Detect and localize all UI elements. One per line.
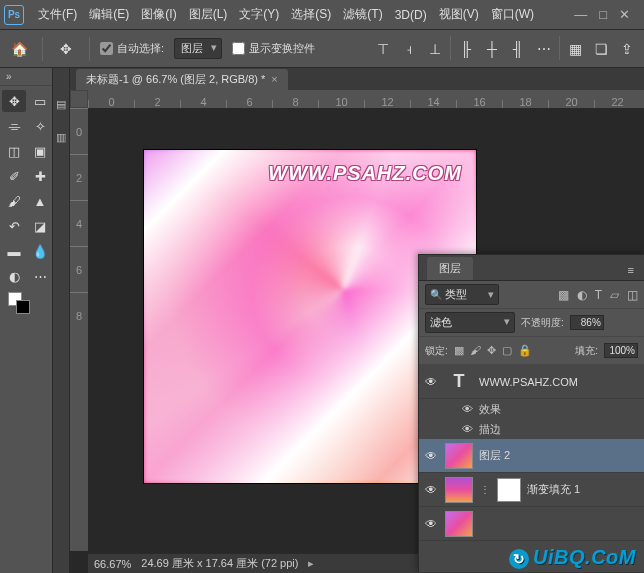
fx-row[interactable]: 👁效果 <box>459 399 644 419</box>
separator <box>450 36 451 60</box>
magic-wand-tool[interactable]: ✧ <box>28 115 52 137</box>
panel-icon-2[interactable]: ▥ <box>56 131 66 144</box>
layer-name[interactable]: 渐变填充 1 <box>527 482 640 497</box>
crop-tool[interactable]: ◫ <box>2 140 26 162</box>
share-icon[interactable]: ⇪ <box>616 36 638 62</box>
filter-smart-icon[interactable]: ◫ <box>627 288 638 302</box>
align-hcenter-icon[interactable]: ┼ <box>481 36 503 62</box>
layer-name[interactable]: 图层 2 <box>479 448 640 463</box>
dodge-tool[interactable]: ◐ <box>2 265 26 287</box>
filter-adjust-icon[interactable]: ◐ <box>577 288 587 302</box>
lasso-tool[interactable]: ⌯ <box>2 115 26 137</box>
status-caret-icon[interactable]: ▸ <box>308 557 314 570</box>
close-icon[interactable]: ✕ <box>619 7 630 22</box>
auto-select-label: 自动选择: <box>117 41 164 56</box>
stamp-tool[interactable]: ▲ <box>28 190 52 212</box>
visibility-toggle[interactable]: 👁 <box>423 483 439 497</box>
menu-edit[interactable]: 编辑(E) <box>83 2 135 27</box>
gradient-tool[interactable]: ▬ <box>2 240 26 262</box>
lock-transparent-icon[interactable]: ▩ <box>454 344 464 357</box>
fx-stroke-row[interactable]: 👁描边 <box>459 419 644 439</box>
background-color[interactable] <box>16 300 30 314</box>
align-top-icon[interactable]: ⊤ <box>372 36 394 62</box>
menu-layer[interactable]: 图层(L) <box>183 2 234 27</box>
show-transform-input[interactable] <box>232 42 245 55</box>
layer-row-image[interactable]: 👁 图层 2 <box>419 439 644 473</box>
lock-all-icon[interactable]: 🔒 <box>518 344 532 357</box>
menu-filter[interactable]: 滤镜(T) <box>337 2 388 27</box>
visibility-toggle[interactable]: 👁 <box>423 375 439 389</box>
auto-select-checkbox[interactable]: 自动选择: <box>100 41 164 56</box>
lock-icons-group: ▩ 🖌 ✥ ▢ 🔒 <box>454 344 532 357</box>
3d-mode-icon[interactable]: ▦ <box>564 36 586 62</box>
lock-pixels-icon[interactable]: 🖌 <box>470 344 481 357</box>
more-icon[interactable]: ⋯ <box>533 36 555 62</box>
align-vcenter-icon[interactable]: ⫞ <box>398 36 420 62</box>
visibility-toggle[interactable]: 👁 <box>423 517 439 531</box>
blend-mode-dropdown[interactable]: 滤色 <box>425 312 515 333</box>
auto-select-target-dropdown[interactable]: 图层 <box>174 38 222 59</box>
panel-icon-1[interactable]: ▤ <box>56 98 66 111</box>
toolbox-collapse[interactable]: » <box>0 68 52 86</box>
lock-artboard-icon[interactable]: ▢ <box>502 344 512 357</box>
menu-file[interactable]: 文件(F) <box>32 2 83 27</box>
ruler-vertical: 0 2 4 6 8 <box>70 108 88 551</box>
ruler-tick: 6 <box>70 246 88 292</box>
eraser-tool[interactable]: ◪ <box>28 215 52 237</box>
menu-type[interactable]: 文字(Y) <box>233 2 285 27</box>
heal-tool[interactable]: ✚ <box>28 165 52 187</box>
layer-row-text[interactable]: 👁 T WWW.PSAHZ.COM <box>419 365 644 399</box>
filter-pixel-icon[interactable]: ▩ <box>558 288 569 302</box>
window-controls: — □ ✕ <box>574 7 640 22</box>
layer-row-extra[interactable]: 👁 <box>419 507 644 541</box>
home-icon[interactable]: 🏠 <box>6 36 32 62</box>
layer-name[interactable]: WWW.PSAHZ.COM <box>479 376 640 388</box>
menu-select[interactable]: 选择(S) <box>285 2 337 27</box>
visibility-toggle[interactable]: 👁 <box>459 403 475 415</box>
layer-row-gradient[interactable]: 👁 ⋮ 渐变填充 1 <box>419 473 644 507</box>
layers-panel-tab[interactable]: 图层 <box>427 257 473 280</box>
visibility-toggle[interactable]: 👁 <box>423 449 439 463</box>
opacity-input[interactable] <box>570 315 604 330</box>
arrange-icon[interactable]: ❏ <box>590 36 612 62</box>
eyedropper-tool[interactable]: ✐ <box>2 165 26 187</box>
history-brush-tool[interactable]: ↶ <box>2 215 26 237</box>
fill-input[interactable] <box>604 343 638 358</box>
layer-mask-thumbnail[interactable] <box>497 478 521 502</box>
show-transform-checkbox[interactable]: 显示变换控件 <box>232 41 315 56</box>
layers-panel: 图层 ≡ 类型▾ ▩ ◐ T ▱ ◫ 滤色 不透明度: 锁定: ▩ 🖌 ✥ ▢ … <box>418 254 644 572</box>
panel-menu-icon[interactable]: ≡ <box>624 260 638 280</box>
align-right-icon[interactable]: ╢ <box>507 36 529 62</box>
menu-3d[interactable]: 3D(D) <box>389 4 433 26</box>
align-bottom-icon[interactable]: ⊥ <box>424 36 446 62</box>
maximize-icon[interactable]: □ <box>599 7 607 22</box>
brush-tool[interactable]: 🖌 <box>2 190 26 212</box>
filter-type-dropdown[interactable]: 类型▾ <box>425 284 499 305</box>
menu-window[interactable]: 窗口(W) <box>485 2 540 27</box>
move-tool[interactable]: ✥ <box>2 90 26 112</box>
filter-shape-icon[interactable]: ▱ <box>610 288 619 302</box>
ruler-tick: 0 <box>70 108 88 154</box>
blur-tool[interactable]: 💧 <box>28 240 52 262</box>
align-left-icon[interactable]: ╟ <box>455 36 477 62</box>
document-tab[interactable]: 未标题-1 @ 66.7% (图层 2, RGB/8) * × <box>76 69 288 90</box>
marquee-tool[interactable]: ▭ <box>28 90 52 112</box>
ruler-tick: 20 <box>548 100 594 108</box>
move-tool-icon[interactable]: ✥ <box>53 36 79 62</box>
visibility-toggle[interactable]: 👁 <box>459 423 475 435</box>
minimize-icon[interactable]: — <box>574 7 587 22</box>
color-swatches[interactable] <box>2 290 52 318</box>
ruler-tick: 18 <box>502 100 548 108</box>
ruler-tick: 2 <box>134 100 180 108</box>
auto-select-input[interactable] <box>100 42 113 55</box>
filter-text-icon[interactable]: T <box>595 288 602 302</box>
link-icon: ⋮ <box>479 484 491 495</box>
blend-opacity-row: 滤色 不透明度: <box>419 309 644 337</box>
tab-close-icon[interactable]: × <box>271 73 277 85</box>
frame-tool[interactable]: ▣ <box>28 140 52 162</box>
lock-position-icon[interactable]: ✥ <box>487 344 496 357</box>
more-tools[interactable]: ⋯ <box>28 265 52 287</box>
zoom-value[interactable]: 66.67% <box>94 558 131 570</box>
menu-image[interactable]: 图像(I) <box>135 2 182 27</box>
menu-view[interactable]: 视图(V) <box>433 2 485 27</box>
